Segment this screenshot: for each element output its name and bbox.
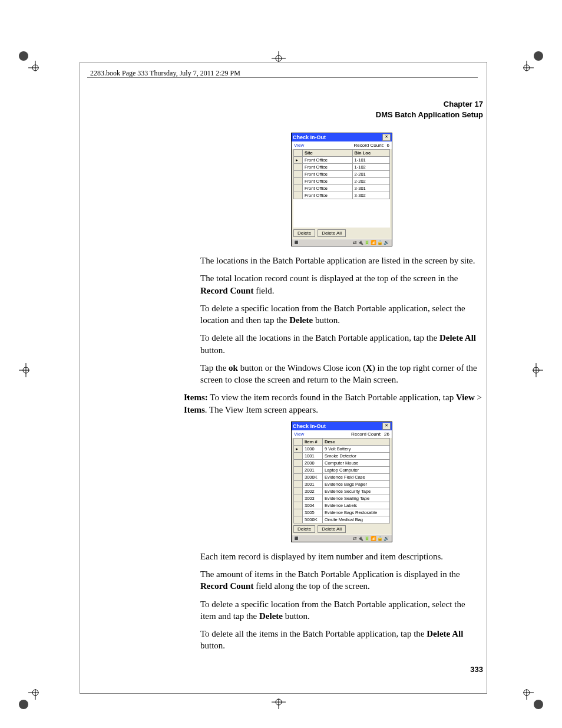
svg-point-9 (19, 700, 28, 709)
body-text: Tap the ok button or the Windows Close i… (200, 362, 483, 386)
registration-mark-icon (18, 50, 39, 71)
table-row[interactable]: Front Office1-102 (294, 164, 390, 171)
table-row[interactable]: Front Office2-201 (294, 171, 390, 178)
view-menu[interactable]: View (294, 431, 304, 437)
table-row[interactable]: 2000Computer Mouse (294, 459, 390, 466)
delete-button[interactable]: Delete (293, 525, 315, 533)
table-row[interactable]: 2001Laptop Computer (294, 466, 390, 473)
view-location-screenshot: Check In-Out × View Record Count: 6 Site… (291, 133, 392, 246)
start-icon[interactable]: 🔳 (293, 536, 299, 541)
body-text: To delete a specific location from the B… (200, 598, 483, 622)
record-count: Record Count: 26 (351, 431, 389, 437)
registration-mark-icon (533, 360, 544, 381)
svg-point-22 (23, 367, 29, 373)
table-row[interactable]: Front Office2-202 (294, 178, 390, 185)
close-icon[interactable]: × (382, 423, 391, 430)
body-text: The locations in the Batch Portable appl… (200, 255, 483, 266)
table-row[interactable]: Front Office3-302 (294, 192, 390, 199)
body-text: To delete all the locations in the Batch… (200, 332, 483, 356)
table-row[interactable]: ▸Front Office1-101 (294, 157, 390, 164)
table-row[interactable]: 1001Smoke Detector (294, 452, 390, 459)
table-row[interactable]: ▸10009 Volt Battery (294, 445, 390, 452)
location-grid: SiteBin Loc ▸Front Office1-101Front Offi… (293, 149, 390, 199)
window-title: Check In-Out (293, 134, 326, 140)
chapter-title: DMS Batch Application Setup (376, 110, 483, 119)
body-text: To delete all the items in the Batch Por… (200, 628, 483, 652)
table-row[interactable]: 3002Evidence Security Tape (294, 487, 390, 495)
registration-mark-icon (523, 689, 544, 710)
delete-all-button[interactable]: Delete All (318, 229, 346, 237)
table-row[interactable]: 3005Evidence Bags Reclosable (294, 509, 390, 516)
svg-point-5 (534, 51, 543, 61)
body-text: Each item record is displayed by item nu… (200, 551, 483, 562)
tray-icons: ⇄🔌🔋📶🔒🔊 (353, 536, 390, 541)
bullet-item: • Items: To view the item records found … (184, 391, 483, 416)
start-icon[interactable]: 🔳 (293, 240, 299, 245)
table-row[interactable]: 3003Evidence Sealing Tape (294, 495, 390, 502)
running-header: 2283.book Page 333 Thursday, July 7, 201… (90, 69, 240, 78)
registration-mark-icon (18, 689, 39, 710)
svg-point-16 (276, 55, 282, 61)
table-row[interactable]: 3001Evidence Bags Paper (294, 480, 390, 487)
table-row[interactable]: 3004Evidence Labels (294, 502, 390, 509)
table-row[interactable]: 3000KEvidence Field Case (294, 473, 390, 480)
registration-mark-icon (523, 50, 544, 71)
svg-point-1 (19, 51, 28, 61)
svg-point-12 (524, 690, 530, 696)
body-text: The amount of items in the Batch Portabl… (200, 568, 483, 592)
page-number: 333 (200, 665, 483, 674)
view-menu[interactable]: View (294, 143, 304, 148)
svg-point-19 (276, 699, 282, 705)
svg-point-25 (533, 367, 539, 373)
chapter-number: Chapter 17 (444, 100, 483, 108)
delete-button[interactable]: Delete (293, 229, 315, 237)
table-row[interactable]: 5000KOnsite Medical Bag (294, 516, 390, 523)
svg-point-8 (32, 690, 38, 696)
svg-point-4 (524, 65, 530, 71)
bullet-icon: • (186, 393, 189, 403)
svg-point-0 (32, 65, 38, 71)
window-title: Check In-Out (293, 423, 326, 429)
body-text: Items: To view the item records found in… (184, 391, 483, 416)
chapter-header: Chapter 17 DMS Batch Application Setup (200, 99, 483, 120)
tray-icons: ⇄🔌🔋📶🔒🔊 (353, 240, 390, 245)
body-text: The total location record count is displ… (200, 272, 483, 297)
header-rule (87, 77, 478, 78)
close-icon[interactable]: × (382, 134, 391, 141)
record-count: Record Count: 6 (354, 143, 390, 148)
body-text: To delete a specific location from the B… (200, 302, 483, 327)
delete-all-button[interactable]: Delete All (318, 525, 346, 533)
registration-mark-icon (268, 50, 289, 62)
item-grid: Item #Desc ▸10009 Volt Battery1001Smoke … (293, 438, 390, 523)
table-row[interactable]: Front Office3-301 (294, 185, 390, 192)
registration-mark-icon (18, 360, 29, 381)
svg-point-13 (534, 700, 543, 709)
view-item-screenshot: Check In-Out × View Record Count: 26 Ite… (291, 421, 392, 542)
registration-mark-icon (268, 699, 289, 710)
